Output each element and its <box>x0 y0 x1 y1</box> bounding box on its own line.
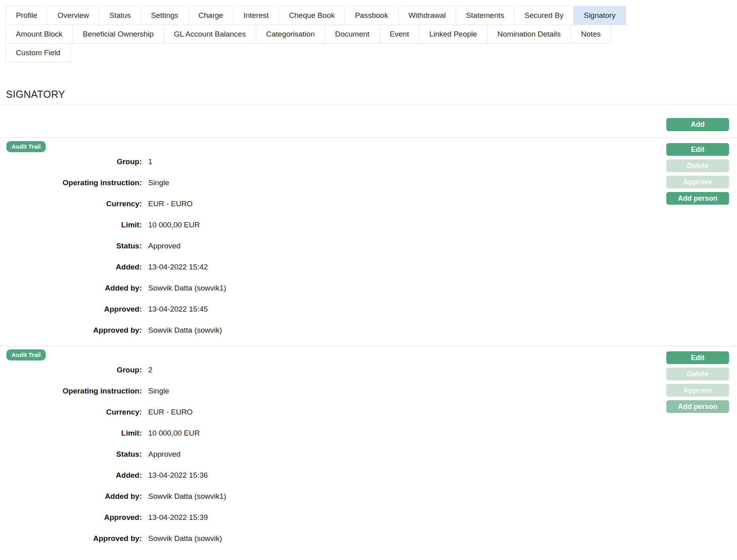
field-value: 2 <box>148 365 153 374</box>
field-label: Status: <box>0 450 142 459</box>
tab-signatory[interactable]: Signatory <box>573 6 626 25</box>
field-value: EUR - EURO <box>148 407 193 417</box>
field-value: 10 000,00 EUR <box>148 428 200 438</box>
field-label: Currency: <box>0 407 142 417</box>
field-label: Currency: <box>0 199 142 208</box>
audit-trail-badge[interactable]: Audit Trail <box>6 141 46 152</box>
field-row-currency: Currency: EUR - EURO <box>0 199 737 208</box>
tab-settings[interactable]: Settings <box>141 6 189 25</box>
field-label: Approved by: <box>0 534 142 543</box>
field-label: Limit: <box>0 220 142 229</box>
delete-button[interactable]: Delete <box>666 159 729 172</box>
field-row-approved-by: Approved by: Sowvik Datta (sowvik) <box>0 326 737 335</box>
tab-cheque-book[interactable]: Cheque Book <box>279 6 345 25</box>
field-value: Single <box>148 386 169 395</box>
add-person-button[interactable]: Add person <box>666 400 729 413</box>
field-value: 13-04-2022 15:45 <box>148 304 208 314</box>
edit-button[interactable]: Edit <box>666 351 729 364</box>
field-value: Approved <box>148 241 180 250</box>
field-row-group: Group: 2 <box>0 365 737 374</box>
field-value: 10 000,00 EUR <box>148 220 200 229</box>
field-list: Group: 1 Operating instruction: Single C… <box>0 157 737 335</box>
tab-document[interactable]: Document <box>325 25 380 44</box>
field-value: 13-04-2022 15:39 <box>148 513 208 522</box>
tab-status[interactable]: Status <box>99 6 141 25</box>
tab-beneficial-ownership[interactable]: Beneficial Ownership <box>72 25 164 44</box>
tab-gl-account-balances[interactable]: GL Account Balances <box>164 25 256 44</box>
field-label: Operating instruction: <box>0 178 142 187</box>
add-button[interactable]: Add <box>666 118 729 131</box>
field-value: Sowvik Datta (sowvik1) <box>148 283 226 293</box>
field-row-approved-by: Approved by: Sowvik Datta (sowvik) <box>0 534 737 543</box>
page-title: SIGNATORY <box>0 89 737 105</box>
tab-row-3: Custom Field <box>6 44 731 62</box>
field-row-added: Added: 13-04-2022 15:42 <box>0 262 737 271</box>
tab-overview[interactable]: Overview <box>47 6 99 25</box>
field-value: EUR - EURO <box>148 199 193 208</box>
field-row-limit: Limit: 10 000,00 EUR <box>0 220 737 229</box>
tab-amount-block[interactable]: Amount Block <box>6 25 73 44</box>
field-label: Group: <box>0 365 142 374</box>
field-label: Status: <box>0 241 142 250</box>
add-person-button[interactable]: Add person <box>666 192 729 205</box>
tab-interest[interactable]: Interest <box>233 6 279 25</box>
edit-button[interactable]: Edit <box>666 143 729 156</box>
tab-statements[interactable]: Statements <box>456 6 515 25</box>
field-row-approved: Approved: 13-04-2022 15:45 <box>0 304 737 314</box>
tab-profile[interactable]: Profile <box>6 6 48 25</box>
field-row-approved: Approved: 13-04-2022 15:39 <box>0 513 737 522</box>
field-value: 1 <box>148 157 153 166</box>
tab-charge[interactable]: Charge <box>188 6 234 25</box>
field-row-added-by: Added by: Sowvik Datta (sowvik1) <box>0 283 737 293</box>
tab-linked-people[interactable]: Linked People <box>419 25 487 44</box>
tab-event[interactable]: Event <box>379 25 420 44</box>
field-label: Approved: <box>0 513 142 522</box>
field-value: 13-04-2022 15:36 <box>148 471 208 480</box>
field-row-operating-instruction: Operating instruction: Single <box>0 386 737 395</box>
tab-bar: Profile Overview Status Settings Charge … <box>6 6 731 62</box>
field-value: Sowvik Datta (sowvik) <box>148 534 222 543</box>
field-row-added-by: Added by: Sowvik Datta (sowvik1) <box>0 492 737 501</box>
field-row-group: Group: 1 <box>0 157 737 166</box>
field-label: Limit: <box>0 428 142 438</box>
field-label: Approved: <box>0 304 142 314</box>
signatory-record-2: Audit Trail Group: 2 Operating instructi… <box>0 346 737 554</box>
field-label: Added: <box>0 471 142 480</box>
field-row-limit: Limit: 10 000,00 EUR <box>0 428 737 438</box>
tab-custom-field[interactable]: Custom Field <box>6 43 71 62</box>
field-value: Sowvik Datta (sowvik) <box>148 326 222 335</box>
field-row-operating-instruction: Operating instruction: Single <box>0 178 737 187</box>
field-label: Added by: <box>0 283 142 293</box>
field-row-status: Status: Approved <box>0 450 737 459</box>
field-row-currency: Currency: EUR - EURO <box>0 407 737 417</box>
field-row-added: Added: 13-04-2022 15:36 <box>0 471 737 480</box>
field-value: Sowvik Datta (sowvik1) <box>148 492 226 501</box>
tab-secured-by[interactable]: Secured By <box>514 6 574 25</box>
field-value: 13-04-2022 15:42 <box>148 262 208 271</box>
tab-notes[interactable]: Notes <box>571 25 611 44</box>
tab-withdrawal[interactable]: Withdrawal <box>398 6 456 25</box>
field-label: Added: <box>0 262 142 271</box>
toolbar: Add <box>0 105 737 138</box>
audit-trail-badge[interactable]: Audit Trail <box>6 349 46 360</box>
record-actions: Edit Delete Approve Add person <box>666 351 729 413</box>
field-list: Group: 2 Operating instruction: Single C… <box>0 365 737 543</box>
field-value: Single <box>148 178 169 187</box>
tab-categorisation[interactable]: Categorisation <box>256 25 325 44</box>
record-actions: Edit Delete Approve Add person <box>666 143 729 205</box>
tab-nomination-details[interactable]: Nomination Details <box>487 25 571 44</box>
tab-row-2: Amount Block Beneficial Ownership GL Acc… <box>6 25 731 44</box>
field-value: Approved <box>148 450 180 459</box>
tab-row-1: Profile Overview Status Settings Charge … <box>6 6 731 25</box>
field-label: Added by: <box>0 492 142 501</box>
signatory-record-1: Audit Trail Group: 1 Operating instructi… <box>0 138 737 346</box>
delete-button[interactable]: Delete <box>666 368 729 380</box>
field-label: Operating instruction: <box>0 386 142 395</box>
field-label: Approved by: <box>0 326 142 335</box>
field-label: Group: <box>0 157 142 166</box>
approve-button[interactable]: Approve <box>666 384 729 397</box>
tab-passbook[interactable]: Passbook <box>344 6 398 25</box>
approve-button[interactable]: Approve <box>666 176 729 188</box>
field-row-status: Status: Approved <box>0 241 737 250</box>
